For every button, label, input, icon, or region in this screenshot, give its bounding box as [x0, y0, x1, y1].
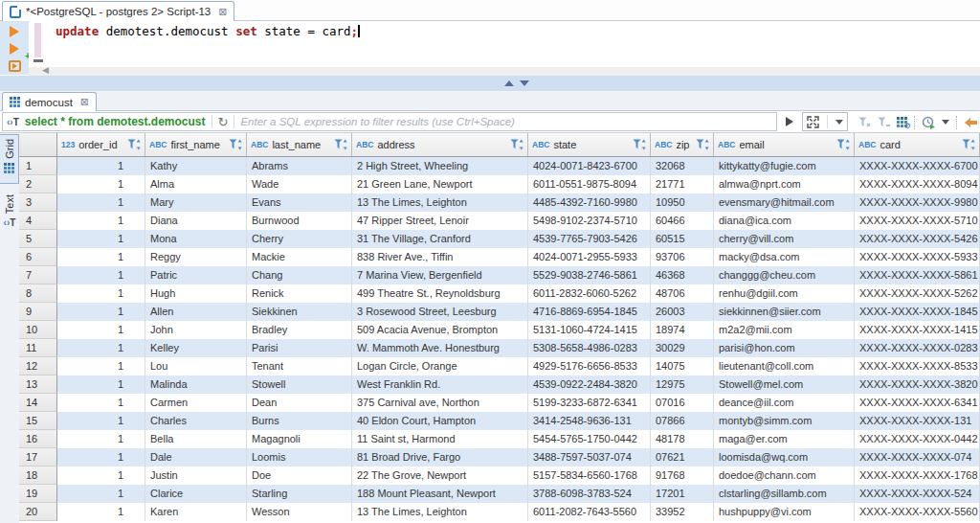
- cell-last_name[interactable]: Burnwood: [247, 212, 352, 230]
- filter-sort-icon[interactable]: [962, 139, 975, 150]
- cell-card[interactable]: XXXX-XXXX-XXXX-131: [855, 412, 980, 430]
- cell-card[interactable]: XXXX-XXXX-XXXX-8094: [855, 175, 980, 193]
- chevron-down-icon[interactable]: [835, 120, 843, 125]
- column-header-card[interactable]: ABCcard: [855, 133, 980, 156]
- execute-statement-icon[interactable]: [10, 26, 19, 37]
- cell-address[interactable]: 47 Ripper Street, Lenoir: [352, 212, 528, 230]
- cell-state[interactable]: 3488-7597-5037-074: [528, 448, 651, 466]
- cell-order_id[interactable]: 1: [57, 303, 145, 321]
- row-number[interactable]: 2: [19, 175, 57, 193]
- cell-first_name[interactable]: Alma: [145, 175, 247, 193]
- cell-order_id[interactable]: 1: [57, 266, 145, 284]
- cell-zip[interactable]: 60466: [651, 212, 714, 230]
- cell-email[interactable]: renhu@dgiil.com: [714, 284, 855, 303]
- cell-address[interactable]: 81 Broad Drive, Fargo: [352, 448, 528, 466]
- cell-first_name[interactable]: Patric: [145, 266, 247, 284]
- cell-zip[interactable]: 46368: [651, 266, 714, 284]
- cell-address[interactable]: 375 Carnival ave, Northon: [352, 394, 528, 412]
- cell-email[interactable]: cherry@vill.com: [714, 230, 855, 248]
- cell-address[interactable]: 21 Green Lane, Newport: [352, 175, 528, 193]
- cell-email[interactable]: doedoe@chann.com: [714, 466, 855, 485]
- cell-address[interactable]: 31 The Village, Cranford: [352, 230, 528, 248]
- column-header-last_name[interactable]: ABClast_name: [247, 133, 352, 156]
- row-number[interactable]: 8: [19, 284, 57, 303]
- auto-refresh-icon[interactable]: [922, 116, 935, 129]
- cell-last_name[interactable]: Chang: [247, 266, 352, 284]
- apply-filter-icon[interactable]: [786, 117, 793, 126]
- filter-sort-icon[interactable]: [696, 139, 709, 150]
- row-number[interactable]: 11: [19, 339, 57, 357]
- save-filter-icon[interactable]: [878, 117, 890, 128]
- cell-state[interactable]: 5131-1060-4724-1415: [528, 321, 651, 339]
- row-number[interactable]: 18: [19, 466, 57, 485]
- cell-last_name[interactable]: Siekkinen: [247, 303, 352, 321]
- cell-state[interactable]: 4485-4392-7160-9980: [528, 193, 651, 212]
- row-number[interactable]: 10: [19, 321, 57, 339]
- cell-state[interactable]: 3788-6098-3783-524: [528, 485, 651, 503]
- cell-card[interactable]: XXXX-XXXX-XXXX-5560: [855, 503, 980, 521]
- cell-first_name[interactable]: Reggy: [145, 248, 247, 266]
- tab-grid-view[interactable]: Grid: [0, 134, 19, 184]
- cell-order_id[interactable]: 1: [57, 375, 145, 394]
- cell-email[interactable]: diana@ica.com: [714, 212, 855, 230]
- cell-state[interactable]: 4929-5176-6656-8533: [528, 357, 651, 375]
- refresh-icon[interactable]: ↻: [218, 116, 229, 128]
- cell-email[interactable]: maga@er.com: [714, 430, 855, 448]
- cell-first_name[interactable]: Bella: [145, 430, 247, 448]
- cell-state[interactable]: 4539-0922-2484-3820: [528, 375, 651, 394]
- cell-state[interactable]: 4716-8869-6954-1845: [528, 303, 651, 321]
- cell-first_name[interactable]: Allen: [145, 303, 247, 321]
- cell-last_name[interactable]: Stowell: [247, 375, 352, 394]
- column-header-zip[interactable]: ABCzip: [651, 133, 714, 156]
- cell-email[interactable]: loomisda@wq.com: [714, 448, 855, 466]
- cell-state[interactable]: 5498-9102-2374-5710: [528, 212, 651, 230]
- close-icon[interactable]: ⊠: [80, 96, 89, 108]
- cell-last_name[interactable]: Starling: [247, 485, 352, 503]
- cell-address[interactable]: 22 The Grove, Newport: [352, 466, 528, 485]
- maximize-results-icon[interactable]: [520, 80, 529, 86]
- cell-first_name[interactable]: John: [145, 321, 247, 339]
- column-header-email[interactable]: ABCemail: [714, 133, 855, 156]
- cell-last_name[interactable]: Cherry: [247, 230, 352, 248]
- cell-order_id[interactable]: 1: [57, 503, 145, 521]
- row-number[interactable]: 6: [19, 248, 57, 266]
- cell-first_name[interactable]: Lou: [145, 357, 247, 375]
- cell-order_id[interactable]: 1: [57, 394, 145, 412]
- cell-state[interactable]: 5529-9038-2746-5861: [528, 266, 651, 284]
- filter-sort-icon[interactable]: [510, 139, 523, 150]
- cell-order_id[interactable]: 1: [57, 212, 145, 230]
- cell-email[interactable]: hushpuppy@vi.com: [714, 503, 855, 521]
- cell-zip[interactable]: 07016: [651, 394, 714, 412]
- row-number[interactable]: 4: [19, 212, 57, 230]
- cell-address[interactable]: W. Mammoth Ave. Honestburg: [352, 339, 528, 357]
- cell-address[interactable]: 13 The Limes, Leighton: [352, 503, 528, 521]
- row-number[interactable]: 19: [19, 485, 57, 503]
- editor-hscrollbar[interactable]: ◀: [29, 67, 980, 76]
- column-header-address[interactable]: ABCaddress: [352, 133, 528, 156]
- cell-email[interactable]: montyb@simm.com: [714, 412, 855, 430]
- cell-email[interactable]: clstarling@sillamb.com: [714, 485, 855, 503]
- sql-editor[interactable]: update demotest.democust set state = car…: [0, 21, 980, 67]
- cell-last_name[interactable]: Doe: [247, 466, 352, 485]
- cell-address[interactable]: 188 Mount Pleasant, Newport: [352, 485, 528, 503]
- cell-order_id[interactable]: 1: [57, 339, 145, 357]
- cell-order_id[interactable]: 1: [57, 412, 145, 430]
- cell-first_name[interactable]: Malinda: [145, 375, 247, 394]
- cell-zip[interactable]: 14075: [651, 357, 714, 375]
- cell-state[interactable]: 6011-0551-9875-8094: [528, 175, 651, 193]
- cell-email[interactable]: Stowell@mel.com: [714, 375, 855, 394]
- cell-state[interactable]: 6011-2832-6060-5262: [528, 284, 651, 303]
- cell-first_name[interactable]: Charles: [145, 412, 247, 430]
- result-grid[interactable]: 123order_idABCfirst_nameABClast_nameABCa…: [19, 133, 980, 523]
- scroll-left-icon[interactable]: ◀: [42, 65, 49, 75]
- row-number[interactable]: 7: [19, 266, 57, 284]
- cell-email[interactable]: parisi@hon.com: [714, 339, 855, 357]
- row-number[interactable]: 12: [19, 357, 57, 375]
- filter-sort-icon[interactable]: [836, 139, 850, 150]
- cell-order_id[interactable]: 1: [57, 430, 145, 448]
- cell-last_name[interactable]: Tenant: [247, 357, 352, 375]
- row-number[interactable]: 9: [19, 303, 57, 321]
- row-number[interactable]: 16: [19, 430, 57, 448]
- cell-zip[interactable]: 10950: [651, 193, 714, 212]
- cell-address[interactable]: 2 High Street, Wheeling: [352, 157, 528, 175]
